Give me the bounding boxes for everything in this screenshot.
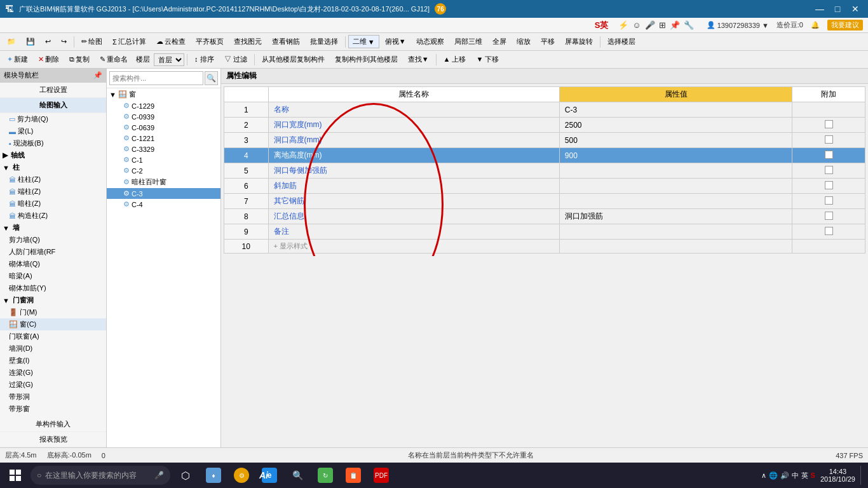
- nav-item-struct-column[interactable]: 🏛 构造柱(Z): [0, 210, 106, 222]
- search-input[interactable]: [109, 71, 203, 85]
- copy-to-other-button[interactable]: 复制构件到其他楼层: [330, 53, 402, 66]
- search-button[interactable]: 🔍: [205, 71, 218, 85]
- save-button[interactable]: 💾: [22, 36, 39, 48]
- rotate-button[interactable]: 屏幕旋转: [560, 35, 597, 48]
- nav-item-end-column[interactable]: 🏛 端柱(Z): [0, 186, 106, 198]
- taskbar-app5[interactable]: PDF: [369, 463, 394, 488]
- attr-name-cell-3[interactable]: 洞口高度(mm): [268, 133, 559, 148]
- nav-item-dark-column[interactable]: 🏛 暗柱(Z): [0, 198, 106, 210]
- align-plate-button[interactable]: 平齐板页: [191, 35, 228, 48]
- nav-item-link-beam[interactable]: 连梁(G): [0, 367, 106, 379]
- windows-start-button[interactable]: [3, 463, 28, 488]
- fullscreen-button[interactable]: 全屏: [488, 35, 511, 48]
- attr-name-cell-8[interactable]: 汇总信息: [268, 209, 559, 224]
- nav-item-shear-wall[interactable]: ▭ 剪力墙(Q): [0, 113, 106, 125]
- tree-item-C-1[interactable]: ⚙C-1: [107, 154, 220, 165]
- summary-button[interactable]: Σ 汇总计算: [108, 35, 151, 48]
- tree-root-window[interactable]: ▼ 🪟 窗: [107, 88, 220, 100]
- attr-val-cell-6[interactable]: [559, 179, 792, 194]
- tree-item-C-3百叶窗[interactable]: ⚙暗柱百叶窗: [107, 176, 220, 188]
- icon5[interactable]: 📌: [670, 20, 680, 30]
- checkbox-row-6[interactable]: [825, 181, 833, 189]
- nav-item-window[interactable]: 🪟 窗(C): [0, 318, 106, 330]
- nav-item-slab[interactable]: ▪ 现浇板(B): [0, 137, 106, 149]
- attr-name-cell-1[interactable]: 名称: [268, 102, 559, 118]
- local-3d-button[interactable]: 局部三维: [450, 35, 487, 48]
- attr-name-cell-2[interactable]: 洞口宽度(mm): [268, 118, 559, 133]
- attr-name-cell-10[interactable]: + 显示样式: [268, 240, 559, 254]
- show-desktop-button[interactable]: [860, 466, 865, 485]
- attr-name-cell-4[interactable]: 离地高度(mm): [268, 148, 559, 163]
- checkbox-row-8[interactable]: [825, 212, 833, 220]
- attr-val-cell-9[interactable]: [559, 224, 792, 240]
- nav-item-masonry[interactable]: 砌体墙(Q): [0, 258, 106, 270]
- floor-selector[interactable]: 首层: [154, 53, 184, 66]
- nav-item-wall[interactable]: ▼ 墙: [0, 222, 106, 234]
- attr-val-cell-2[interactable]: 2500: [559, 118, 792, 133]
- icon4[interactable]: ⊞: [659, 20, 666, 30]
- nav-item-over-beam[interactable]: 过梁(G): [0, 379, 106, 391]
- network-icon[interactable]: 🌐: [769, 471, 778, 480]
- module-nav-drawing[interactable]: 绘图输入: [0, 98, 106, 113]
- nav-item-civil-defense[interactable]: 人防门框墙(RF: [0, 246, 106, 258]
- icon6[interactable]: 🔧: [684, 20, 694, 30]
- checkbox-row-4[interactable]: [825, 151, 833, 159]
- nav-item-strip-hole[interactable]: 带形洞: [0, 391, 106, 403]
- nav-item-wall-shear[interactable]: 剪力墙(Q): [0, 234, 106, 246]
- checkbox-row-2[interactable]: [825, 120, 833, 128]
- attr-val-cell-8[interactable]: 洞口加强筋: [559, 209, 792, 224]
- nav-item-column-z[interactable]: 🏛 柱柱(Z): [0, 173, 106, 186]
- 2d-button[interactable]: 二维▼: [348, 35, 379, 48]
- pan-button[interactable]: 平移: [536, 35, 559, 48]
- filter-button[interactable]: ▽ 过滤: [220, 53, 252, 66]
- view-rebar-button[interactable]: 查看钢筋: [268, 35, 304, 48]
- rename-button[interactable]: ✎ 重命名: [95, 53, 132, 66]
- taskbar-app4[interactable]: 📋: [341, 463, 366, 488]
- attr-name-cell-5[interactable]: 洞口每侧加强筋: [268, 163, 559, 179]
- icon1[interactable]: ⚡: [618, 20, 628, 30]
- dynamic-view-button[interactable]: 动态观察: [412, 35, 449, 48]
- taskbar-taskview[interactable]: ⬡: [173, 463, 198, 488]
- attr-val-cell-7[interactable]: [559, 194, 792, 209]
- checkbox-row-5[interactable]: [825, 166, 833, 174]
- sougou-taskbar-icon[interactable]: S: [811, 471, 815, 479]
- taskbar-search[interactable]: ○ 在这里输入你要搜索的内容 🎤: [31, 466, 170, 485]
- module-nav-engineering[interactable]: 工程设置: [0, 83, 106, 98]
- taskbar-app1[interactable]: ♦: [201, 463, 226, 488]
- attr-val-cell-3[interactable]: 500: [559, 133, 792, 148]
- volume-icon[interactable]: 🔊: [780, 471, 789, 480]
- tree-item-C-1229[interactable]: ⚙C-1229: [107, 100, 220, 111]
- attr-val-cell-4[interactable]: 900: [559, 148, 792, 163]
- batch-select-button[interactable]: 批量选择: [306, 35, 342, 48]
- attr-name-cell-9[interactable]: 备注: [268, 224, 559, 240]
- cloud-check-button[interactable]: ☁ 云检查: [152, 35, 190, 48]
- nav-item-strip-window[interactable]: 带形窗: [0, 403, 106, 415]
- select-floor-button[interactable]: 选择楼层: [603, 35, 640, 48]
- module-nav-pin[interactable]: 📌: [93, 71, 102, 79]
- maximize-button[interactable]: □: [830, 3, 845, 15]
- module-nav-single[interactable]: 单构件输入: [0, 417, 106, 432]
- file-button[interactable]: 📁: [3, 36, 20, 48]
- tree-item-C-4[interactable]: ⚙C-4: [107, 199, 220, 210]
- taskbar-search2[interactable]: 🔍: [285, 463, 310, 488]
- attr-val-cell-1[interactable]: C-3: [559, 102, 792, 118]
- checkbox-row-7[interactable]: [825, 196, 833, 205]
- zoom-button[interactable]: 缩放: [512, 35, 535, 48]
- icon3[interactable]: 🎤: [645, 20, 655, 30]
- new-button[interactable]: ✦ 新建: [3, 53, 32, 66]
- nav-item-dark-beam[interactable]: 暗梁(A): [0, 270, 106, 282]
- taskbar-app3[interactable]: ↻: [313, 463, 338, 488]
- nav-item-wall-hole[interactable]: 墙洞(D): [0, 342, 106, 355]
- lang-en-icon[interactable]: 英: [801, 471, 808, 480]
- icon2[interactable]: ☺: [632, 20, 641, 30]
- copy-from-other-button[interactable]: 从其他楼层复制构件: [257, 53, 329, 66]
- find-element-button[interactable]: 查找图元: [229, 35, 266, 48]
- attr-val-cell-10[interactable]: [559, 240, 792, 254]
- nav-item-masonry-rebar[interactable]: 砌体加筋(Y): [0, 282, 106, 294]
- nav-item-door-window[interactable]: ▼ 门窗洞: [0, 294, 106, 306]
- nav-item-niche[interactable]: 壁龛(I): [0, 355, 106, 367]
- copy-button[interactable]: ⧉ 复制: [65, 53, 94, 66]
- nav-item-beam[interactable]: ▬ 梁(L): [0, 125, 106, 137]
- tree-item-C-0639[interactable]: ⚙C-0639: [107, 122, 220, 133]
- nav-item-door-window-combo[interactable]: 门联窗(A): [0, 330, 106, 342]
